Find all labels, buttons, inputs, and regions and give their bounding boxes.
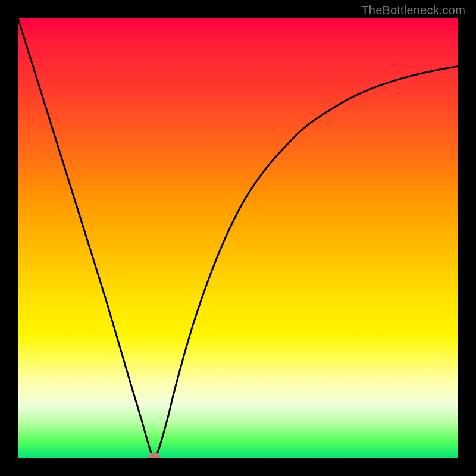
chart-frame: TheBottleneck.com: [0, 0, 476, 476]
bottleneck-curve: [18, 18, 458, 458]
min-marker: [148, 453, 160, 458]
curve-layer: [18, 18, 458, 458]
watermark-text: TheBottleneck.com: [361, 4, 465, 17]
plot-area: [18, 18, 458, 458]
